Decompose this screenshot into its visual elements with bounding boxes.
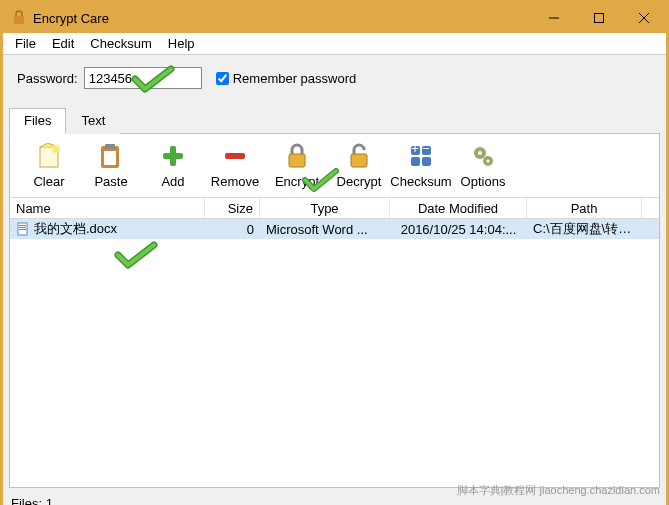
watermark: 脚本字典|教程网 jiaocheng.chazidian.com xyxy=(457,483,660,498)
remove-label: Remove xyxy=(211,174,259,189)
remove-icon xyxy=(221,142,249,170)
clear-label: Clear xyxy=(33,174,64,189)
svg-text:+: + xyxy=(411,143,419,156)
password-row: Password: Remember password xyxy=(3,55,666,107)
grid-header: Name Size Type Date Modified Path xyxy=(10,197,659,219)
window-title: Encrypt Care xyxy=(33,11,531,26)
app-window: Encrypt Care File Edit Checksum Help Pas… xyxy=(0,0,669,505)
svg-rect-2 xyxy=(594,14,603,23)
document-icon xyxy=(16,222,30,236)
maximize-button[interactable] xyxy=(576,3,621,33)
svg-point-22 xyxy=(478,151,482,155)
clear-button[interactable]: Clear xyxy=(18,142,80,189)
cell-path: C:\百度网盘\转型升... xyxy=(527,220,642,238)
decrypt-label: Decrypt xyxy=(337,174,382,189)
svg-rect-27 xyxy=(19,227,26,228)
cell-date: 2016/10/25 14:04:... xyxy=(390,222,527,237)
status-text: Files: 1 xyxy=(11,496,53,505)
svg-point-24 xyxy=(487,160,490,163)
encrypt-button[interactable]: Encrypt xyxy=(266,142,328,189)
cell-size: 0 xyxy=(205,222,260,237)
col-type[interactable]: Type xyxy=(260,198,390,218)
paste-label: Paste xyxy=(94,174,127,189)
lock-open-icon xyxy=(345,142,373,170)
tabs: Files Text xyxy=(3,107,666,133)
col-path[interactable]: Path xyxy=(527,198,642,218)
check-icon xyxy=(114,241,158,271)
svg-rect-12 xyxy=(225,153,245,159)
titlebar: Encrypt Care xyxy=(3,3,666,33)
svg-rect-9 xyxy=(104,151,116,165)
password-label: Password: xyxy=(17,71,78,86)
remember-checkbox[interactable]: Remember password xyxy=(216,71,357,86)
menubar: File Edit Checksum Help xyxy=(3,33,666,55)
add-button[interactable]: Add xyxy=(142,142,204,189)
menu-edit[interactable]: Edit xyxy=(44,34,82,53)
toolbar: Clear Paste Add Remove Encrypt Decry xyxy=(10,142,659,197)
svg-rect-13 xyxy=(289,154,305,167)
checksum-button[interactable]: +− Checksum xyxy=(390,142,452,189)
menu-help[interactable]: Help xyxy=(160,34,203,53)
cell-name: 我的文档.docx xyxy=(10,220,205,238)
svg-rect-18 xyxy=(422,157,431,166)
svg-rect-17 xyxy=(411,157,420,166)
minimize-button[interactable] xyxy=(531,3,576,33)
checksum-label: Checksum xyxy=(390,174,451,189)
cell-type: Microsoft Word ... xyxy=(260,222,390,237)
lock-closed-icon xyxy=(283,142,311,170)
menu-file[interactable]: File xyxy=(7,34,44,53)
col-date[interactable]: Date Modified xyxy=(390,198,527,218)
add-icon xyxy=(159,142,187,170)
add-label: Add xyxy=(161,174,184,189)
password-input[interactable] xyxy=(84,67,202,89)
svg-rect-28 xyxy=(19,229,26,230)
tab-text[interactable]: Text xyxy=(66,108,120,134)
remove-button[interactable]: Remove xyxy=(204,142,266,189)
paste-icon xyxy=(97,142,125,170)
col-size[interactable]: Size xyxy=(205,198,260,218)
table-row[interactable]: 我的文档.docx 0 Microsoft Word ... 2016/10/2… xyxy=(10,219,659,239)
paste-button[interactable]: Paste xyxy=(80,142,142,189)
files-panel: Clear Paste Add Remove Encrypt Decry xyxy=(9,133,660,488)
tab-files[interactable]: Files xyxy=(9,108,66,134)
gear-icon xyxy=(469,142,497,170)
svg-rect-14 xyxy=(351,154,367,167)
options-label: Options xyxy=(461,174,506,189)
svg-text:−: − xyxy=(422,143,430,156)
decrypt-button[interactable]: Decrypt xyxy=(328,142,390,189)
remember-checkbox-input[interactable] xyxy=(216,72,229,85)
options-button[interactable]: Options xyxy=(452,142,514,189)
clear-icon xyxy=(35,142,63,170)
svg-rect-8 xyxy=(105,144,115,149)
file-name: 我的文档.docx xyxy=(34,220,117,238)
col-name[interactable]: Name xyxy=(10,198,205,218)
svg-point-6 xyxy=(52,145,60,153)
close-button[interactable] xyxy=(621,3,666,33)
menu-checksum[interactable]: Checksum xyxy=(82,34,159,53)
svg-rect-11 xyxy=(163,153,183,159)
checksum-icon: +− xyxy=(407,142,435,170)
remember-label: Remember password xyxy=(233,71,357,86)
encrypt-label: Encrypt xyxy=(275,174,319,189)
svg-rect-26 xyxy=(19,225,26,226)
grid-body[interactable]: 我的文档.docx 0 Microsoft Word ... 2016/10/2… xyxy=(10,219,659,487)
svg-rect-0 xyxy=(14,16,24,24)
app-icon xyxy=(11,10,27,26)
window-controls xyxy=(531,3,666,33)
